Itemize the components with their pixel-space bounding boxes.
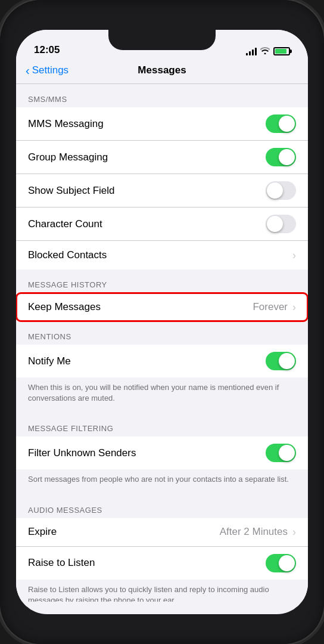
notify-me-item: Notify Me (16, 345, 308, 377)
mms-messaging-toggle[interactable] (266, 114, 296, 133)
character-count-label: Character Count (28, 218, 102, 230)
section-mentions: MENTIONS Notify Me When this is on, you … (16, 321, 308, 413)
filter-unknown-senders-toggle[interactable] (266, 444, 296, 462)
group-messaging-toggle[interactable] (266, 148, 296, 166)
page-title: Messages (138, 64, 186, 76)
audio-messages-header: AUDIO MESSAGES (16, 495, 308, 518)
battery-fill (275, 49, 286, 54)
message-filtering-footer: Sort messages from people who are not in… (16, 469, 308, 494)
show-subject-field-label: Show Subject Field (28, 185, 115, 197)
signal-bar-2 (249, 51, 251, 55)
keep-messages-chevron-icon: › (292, 301, 296, 314)
expire-item[interactable]: Expire After 2 Minutes › (16, 518, 308, 547)
phone-screen: 12:05 (16, 30, 308, 614)
filter-unknown-senders-thumb (279, 445, 295, 461)
signal-bar-1 (246, 53, 248, 55)
character-count-thumb (267, 216, 283, 232)
mentions-group: Notify Me (16, 345, 308, 377)
filter-unknown-senders-item: Filter Unknown Senders (16, 436, 308, 469)
keep-messages-right: Forever › (253, 301, 296, 314)
message-filtering-group: Filter Unknown Senders (16, 436, 308, 469)
message-history-header: MESSAGE HISTORY (16, 270, 308, 293)
group-messaging-label: Group Messaging (28, 151, 108, 163)
content-area: SMS/MMS MMS Messaging Group Messaging (16, 84, 308, 602)
notify-me-thumb (279, 353, 295, 369)
smsmms-header: SMS/MMS (16, 84, 308, 107)
mms-messaging-item: MMS Messaging (16, 107, 308, 141)
expire-right: After 2 Minutes › (220, 526, 296, 538)
show-subject-field-toggle[interactable] (266, 181, 296, 200)
smsmms-group: MMS Messaging Group Messaging Show Subje… (16, 107, 308, 270)
battery-icon (273, 47, 290, 55)
raise-to-listen-item: Raise to Listen (16, 547, 308, 580)
mentions-footer: When this is on, you will be notified wh… (16, 377, 308, 413)
raise-to-listen-toggle[interactable] (266, 554, 296, 572)
signal-bar-4 (255, 48, 257, 55)
mms-messaging-label: MMS Messaging (28, 118, 104, 130)
expire-value: After 2 Minutes (220, 526, 288, 538)
notify-me-label: Notify Me (28, 355, 71, 367)
keep-messages-value: Forever (253, 301, 288, 313)
keep-messages-item[interactable]: Keep Messages Forever › (16, 293, 308, 321)
expire-chevron-icon: › (292, 526, 296, 538)
phone-frame: 12:05 (0, 0, 324, 644)
raise-to-listen-thumb (279, 555, 295, 571)
back-button[interactable]: ‹ Settings (26, 64, 68, 76)
expire-label: Expire (28, 526, 57, 538)
show-subject-field-thumb (267, 182, 283, 199)
audio-messages-footer: Raise to Listen allows you to quickly li… (16, 580, 308, 602)
show-subject-field-item: Show Subject Field (16, 174, 308, 208)
mms-messaging-thumb (279, 116, 295, 132)
notify-me-toggle[interactable] (266, 352, 296, 370)
group-messaging-item: Group Messaging (16, 141, 308, 174)
mentions-header: MENTIONS (16, 321, 308, 345)
group-messaging-thumb (279, 149, 295, 165)
character-count-item: Character Count (16, 208, 308, 241)
back-label: Settings (32, 64, 68, 76)
message-filtering-header: MESSAGE FILTERING (16, 413, 308, 436)
nav-bar: ‹ Settings Messages (16, 60, 308, 84)
notch (108, 30, 216, 50)
back-chevron-icon: ‹ (26, 64, 30, 76)
status-time: 12:05 (34, 44, 60, 56)
section-smsmms: SMS/MMS MMS Messaging Group Messaging (16, 84, 308, 270)
message-history-group: Keep Messages Forever › (16, 293, 308, 321)
status-icons (246, 47, 290, 56)
audio-messages-group: Expire After 2 Minutes › Raise to Listen (16, 518, 308, 580)
blocked-contacts-chevron-icon: › (292, 249, 296, 262)
filter-unknown-senders-label: Filter Unknown Senders (28, 447, 136, 459)
section-message-filtering: MESSAGE FILTERING Filter Unknown Senders… (16, 413, 308, 494)
blocked-contacts-right: › (292, 249, 296, 262)
signal-bars-icon (246, 47, 257, 55)
section-message-history: MESSAGE HISTORY Keep Messages Forever › (16, 270, 308, 321)
blocked-contacts-item[interactable]: Blocked Contacts › (16, 241, 308, 270)
blocked-contacts-label: Blocked Contacts (28, 249, 107, 261)
keep-messages-label: Keep Messages (28, 301, 101, 313)
wifi-icon (260, 47, 270, 56)
signal-bar-3 (252, 49, 254, 55)
raise-to-listen-label: Raise to Listen (28, 557, 95, 569)
section-audio-messages: AUDIO MESSAGES Expire After 2 Minutes › … (16, 495, 308, 602)
character-count-toggle[interactable] (266, 215, 296, 233)
